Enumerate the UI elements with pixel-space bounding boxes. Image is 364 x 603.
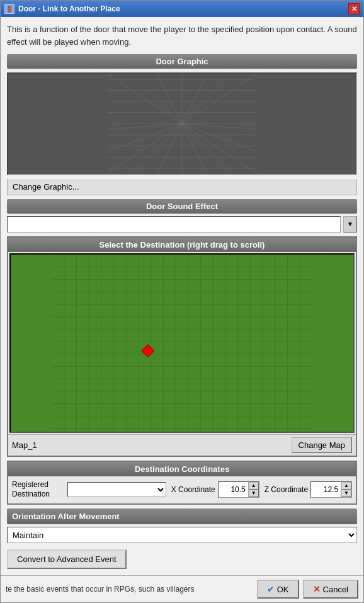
z-coord-pair: Z Coordinate ▲ ▼	[264, 481, 352, 498]
description-text: This is a function of the door that move…	[7, 23, 357, 48]
coords-section: Destination Coordinates RegisteredDestin…	[7, 461, 357, 505]
door-graphic-svg	[8, 74, 356, 174]
title-bar: 🚪 Door - Link to Another Place ✕	[1, 1, 363, 17]
sound-dropdown-arrow[interactable]: ▼	[343, 216, 357, 233]
x-coord-input[interactable]	[219, 482, 249, 497]
x-coord-arrows: ▲ ▼	[249, 482, 259, 497]
coords-row: RegisteredDestination X Coordinate ▲ ▼	[8, 476, 356, 503]
z-coord-spinner: ▲ ▼	[310, 481, 352, 498]
sound-dropdown-row: ▼	[7, 216, 357, 233]
z-coord-down[interactable]: ▼	[341, 490, 351, 497]
map-canvas[interactable]	[9, 253, 355, 433]
window-icon: 🚪	[4, 4, 14, 14]
sound-dropdown-input[interactable]	[7, 216, 341, 233]
door-graphic-container	[7, 72, 357, 175]
door-graphic-header: Door Graphic	[7, 54, 357, 69]
x-coord-label: X Coordinate	[171, 485, 215, 494]
footer-text: te the basic events that occur in RPGs, …	[6, 585, 194, 594]
orientation-section: Orientation After Movement Maintain Nort…	[7, 508, 357, 543]
sound-section: Door Sound Effect ▼	[7, 199, 357, 233]
change-map-button[interactable]: Change Map	[292, 437, 352, 453]
map-grid-svg	[11, 255, 353, 432]
svg-rect-28	[52, 255, 312, 432]
ok-check-icon: ✔	[267, 584, 275, 594]
main-window: 🚪 Door - Link to Another Place ✕ This is…	[0, 0, 364, 603]
cancel-button[interactable]: ✕ Cancel	[303, 580, 358, 599]
cancel-x-icon: ✕	[313, 584, 321, 594]
x-coord-up[interactable]: ▲	[249, 482, 259, 490]
title-bar-left: 🚪 Door - Link to Another Place	[4, 4, 120, 14]
registered-label: RegisteredDestination	[12, 480, 62, 500]
x-coord-pair: X Coordinate ▲ ▼	[171, 481, 259, 498]
z-coord-arrows: ▲ ▼	[341, 482, 351, 497]
footer-bar: te the basic events that occur in RPGs, …	[1, 575, 363, 602]
x-coord-spinner: ▲ ▼	[218, 481, 259, 498]
close-button[interactable]: ✕	[348, 3, 360, 14]
ok-label: OK	[277, 585, 289, 594]
window-title: Door - Link to Another Place	[18, 4, 120, 13]
orientation-header: Orientation After Movement	[7, 508, 357, 524]
coords-header: Destination Coordinates	[8, 462, 356, 476]
orientation-dropdown[interactable]: Maintain North South East West	[7, 527, 357, 543]
door-sound-header: Door Sound Effect	[7, 199, 357, 214]
z-coord-up[interactable]: ▲	[341, 482, 351, 490]
main-content: This is a function of the door that move…	[1, 17, 363, 575]
ok-button[interactable]: ✔ OK	[257, 580, 299, 599]
destination-header: Select the Destination (right drag to sc…	[8, 238, 356, 252]
destination-section: Select the Destination (right drag to sc…	[7, 236, 357, 457]
convert-to-advanced-button[interactable]: Convert to Advanced Event	[7, 549, 127, 569]
cancel-label: Cancel	[323, 585, 348, 594]
footer-buttons: ✔ OK ✕ Cancel	[257, 580, 358, 599]
registered-destination-dropdown[interactable]	[67, 482, 166, 497]
map-name: Map_1	[12, 440, 37, 450]
x-coord-down[interactable]: ▼	[249, 490, 259, 497]
z-coord-label: Z Coordinate	[264, 485, 308, 494]
change-graphic-button[interactable]: Change Graphic...	[7, 179, 357, 195]
map-footer: Map_1 Change Map	[8, 434, 356, 456]
z-coord-input[interactable]	[311, 482, 341, 497]
